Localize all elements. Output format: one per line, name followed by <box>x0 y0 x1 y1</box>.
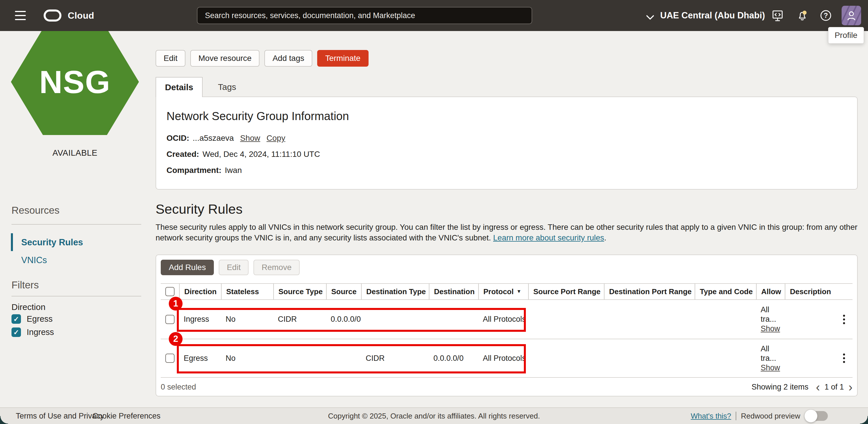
page-prev-icon[interactable]: ‹ <box>816 383 820 391</box>
cloud-shell-icon[interactable] <box>771 9 784 22</box>
add-tags-button[interactable]: Add tags <box>265 50 312 67</box>
security-rules-heading: Security Rules <box>156 201 243 217</box>
ocid-copy-link[interactable]: Copy <box>267 134 285 143</box>
tab-details[interactable]: Details <box>156 77 203 97</box>
divider <box>11 224 141 225</box>
learn-more-link[interactable]: Learn more about security rules <box>493 233 604 242</box>
ocid-value: ...a5szaeva <box>193 134 234 143</box>
col-protocol[interactable]: Protocol▼ <box>478 283 528 300</box>
cell-source-port-range <box>528 339 604 378</box>
pagination: ‹ 1 of 1 › <box>816 383 852 392</box>
cell-type-and-code <box>694 300 756 339</box>
security-rules-description: These security rules apply to all VNICs … <box>156 222 859 243</box>
tab-tags[interactable]: Tags <box>203 77 251 97</box>
window-corner <box>860 416 868 424</box>
showing-items: Showing 2 items <box>751 383 808 392</box>
select-all-checkbox[interactable] <box>165 287 175 296</box>
cell-source-port-range <box>528 300 604 339</box>
region-label: UAE Central (Abu Dhabi) <box>660 10 765 21</box>
row-actions-kebab-icon[interactable] <box>843 354 845 363</box>
top-navigation-bar: Cloud UAE Central (Abu Dhabi) ? <box>0 0 868 31</box>
col-source-port-range[interactable]: Source Port Range <box>528 283 604 300</box>
col-allow[interactable]: Allow <box>756 283 785 300</box>
edit-button[interactable]: Edit <box>156 50 185 67</box>
window-corner <box>0 416 8 424</box>
help-icon[interactable]: ? <box>819 9 833 22</box>
cell-allow: All tra...Show <box>756 300 785 339</box>
col-destination-port-range[interactable]: Destination Port Range <box>604 283 694 300</box>
ingress-checkbox-row[interactable]: ✓ Ingress <box>11 328 54 337</box>
region-selector[interactable]: UAE Central (Abu Dhabi) <box>646 0 765 31</box>
oci-console-page: Cloud UAE Central (Abu Dhabi) ? <box>0 0 868 424</box>
cell-destination-port-range <box>604 339 694 378</box>
status-badge: AVAILABLE <box>11 148 139 158</box>
move-resource-button[interactable]: Move resource <box>190 50 259 67</box>
nsg-icon-label: NSG <box>39 63 111 101</box>
col-source[interactable]: Source <box>326 283 361 300</box>
notifications-bell-icon[interactable] <box>795 9 809 22</box>
annotation-circle-1: 1 <box>169 297 183 311</box>
col-source-type[interactable]: Source Type <box>273 283 326 300</box>
cell-description <box>785 300 852 339</box>
sidebar-item-vnics[interactable]: VNICs <box>21 255 47 265</box>
checkbox-checked-icon[interactable]: ✓ <box>11 328 21 337</box>
col-destination-type[interactable]: Destination Type <box>361 283 429 300</box>
allow-show-link[interactable]: Show <box>761 324 785 334</box>
annotation-circle-2: 2 <box>169 332 183 346</box>
annotation-box-1 <box>177 308 526 332</box>
page-next-icon[interactable]: › <box>848 383 852 391</box>
add-rules-button[interactable]: Add Rules <box>161 260 214 275</box>
page-indicator: 1 of 1 <box>825 383 844 392</box>
row-checkbox[interactable] <box>165 354 175 363</box>
col-destination[interactable]: Destination <box>429 283 478 300</box>
selected-count: 0 selected <box>161 383 196 392</box>
annotation-box-2 <box>177 344 526 373</box>
oracle-logo-icon[interactable] <box>43 9 61 22</box>
ocid-label: OCID: <box>166 134 189 143</box>
table-footer: 0 selected Showing 2 items ‹ 1 of 1 › <box>161 378 852 396</box>
details-panel: Network Security Group Information OCID:… <box>156 96 858 190</box>
cell-destination-port-range <box>604 300 694 339</box>
redwood-preview-toggle[interactable] <box>805 411 828 421</box>
egress-checkbox-row[interactable]: ✓ Egress <box>11 314 53 324</box>
panel-title: Network Security Group Information <box>166 110 847 123</box>
profile-avatar[interactable] <box>842 6 861 25</box>
allow-show-link[interactable]: Show <box>761 363 785 373</box>
nsg-hexagon-icon: NSG <box>11 29 139 135</box>
terminate-button[interactable]: Terminate <box>317 50 369 67</box>
ocid-show-link[interactable]: Show <box>240 134 260 143</box>
search-input[interactable] <box>197 7 532 24</box>
row-checkbox[interactable] <box>165 315 175 324</box>
cell-allow: All tra...Show <box>756 339 785 378</box>
compartment-label: Compartment: <box>166 166 221 175</box>
cell-type-and-code <box>694 339 756 378</box>
checkbox-checked-icon[interactable]: ✓ <box>11 314 21 324</box>
table-toolbar: Add Rules Edit Remove <box>161 260 852 275</box>
direction-filter-label: Direction <box>11 302 45 312</box>
remove-rules-button[interactable]: Remove <box>253 260 299 275</box>
svg-text:?: ? <box>824 11 828 19</box>
resource-actions: Edit Move resource Add tags Terminate <box>156 50 369 67</box>
redwood-preview-label: Redwood preview <box>741 412 800 421</box>
col-type-and-code[interactable]: Type and Code <box>694 283 756 300</box>
created-value: Wed, Dec 4, 2024, 11:11:10 UTC <box>203 150 320 159</box>
created-label: Created: <box>166 150 199 159</box>
hamburger-menu-icon[interactable] <box>15 11 26 20</box>
col-direction[interactable]: Direction <box>179 283 221 300</box>
divider <box>736 412 736 420</box>
compartment-value: Iwan <box>225 166 242 175</box>
person-icon <box>846 10 857 21</box>
whats-this-link[interactable]: What's this? <box>691 412 732 421</box>
sidebar-item-security-rules[interactable]: Security Rules <box>21 237 83 248</box>
chevron-down-icon <box>646 12 654 19</box>
col-stateless[interactable]: Stateless <box>221 283 273 300</box>
active-item-indicator <box>11 233 13 251</box>
col-description[interactable]: Description <box>785 283 852 300</box>
ocid-row: OCID: ...a5szaeva Show Copy <box>166 134 847 143</box>
divider <box>11 296 141 296</box>
sort-desc-icon: ▼ <box>516 289 521 294</box>
row-actions-kebab-icon[interactable] <box>843 315 845 324</box>
brand-title[interactable]: Cloud <box>68 10 94 21</box>
filters-heading: Filters <box>11 279 39 291</box>
edit-rules-button[interactable]: Edit <box>219 260 249 275</box>
